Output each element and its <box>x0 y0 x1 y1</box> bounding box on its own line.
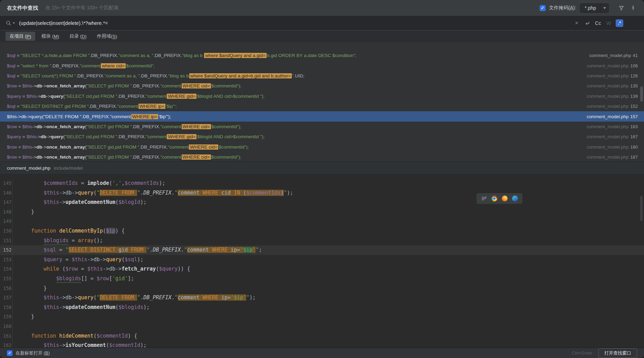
find-in-files-dialog: 在文件中查找 在 15+ 个文件中有 103+ 个匹配项 ✓ 文件掩码(A): … <box>0 0 644 358</box>
code-line[interactable]: 145 $commentIds = implode(',',$commentId… <box>0 179 644 188</box>
search-result-row[interactable]: $row = $this->db->once_fetch_array("SELE… <box>0 122 644 132</box>
search-field-row: (update|select|insert|delete).\*?where.*… <box>0 16 644 30</box>
search-input[interactable]: (update|select|insert|delete).\*?where.*… <box>19 20 573 26</box>
search-result-row[interactable]: $sql = "SELECT DISTINCT gid FROM ".DB_PR… <box>0 101 644 111</box>
line-number: 150 <box>0 226 12 236</box>
result-file-location: comment_model.php126 <box>587 73 644 78</box>
file-mask-dropdown-button[interactable] <box>600 4 608 12</box>
firefox-icon[interactable] <box>502 196 508 201</box>
preview-file-path: include/model <box>54 166 83 171</box>
open-in-new-tab-checkbox[interactable]: ✓ <box>7 350 12 356</box>
code-text: $this->db->query("DELETE FROM ".DB_PREFI… <box>16 293 256 303</box>
code-line[interactable]: 150 function delCommentByIp($ip) { <box>0 226 644 236</box>
search-result-row[interactable]: $row = $this->db->once_fetch_array("SELE… <box>0 142 644 152</box>
code-text: $blogids = array(); <box>16 236 103 246</box>
code-line[interactable]: 155 $blogids[] = $row['gid']; <box>0 274 644 284</box>
open-in-new-tab-label: 在新标签打开 (B) <box>16 350 50 356</box>
line-number: 151 <box>0 236 12 246</box>
code-text <box>16 322 19 331</box>
file-mask-checkbox[interactable]: ✓ <box>540 5 546 11</box>
regex-toggle[interactable]: .* <box>616 19 623 27</box>
code-text: $this->updateCommentNum($blogids); <box>16 303 150 312</box>
browser-launcher-toolbar <box>477 193 522 204</box>
code-line[interactable]: 156 } <box>0 284 644 293</box>
result-file-location: comment_model.php152 <box>587 104 644 109</box>
code-line[interactable]: 160 <box>0 322 644 331</box>
search-result-row[interactable]: $this->db->query("DELETE FROM ".DB_PREFI… <box>0 111 644 121</box>
preview-file-name: comment_model.php <box>7 166 50 171</box>
result-file-location: comment_model.php41 <box>589 53 644 58</box>
result-file-location: comment_model.php157 <box>587 114 644 119</box>
match-case-toggle[interactable]: Cc <box>594 19 602 27</box>
code-line[interactable]: 161 function hideComment($commentId) { <box>0 331 644 341</box>
results-scrollbar[interactable] <box>640 86 643 102</box>
chevron-down-icon <box>603 7 606 9</box>
code-line[interactable]: 147 $this->updateCommentNum($blogId); <box>0 198 644 207</box>
file-mask-value: *.php <box>580 5 600 11</box>
result-code-text: $sql = "SELECT *,a.hide,a.date FROM ".DB… <box>7 53 357 58</box>
scope-tab-D[interactable]: 目录 (D) <box>65 32 91 41</box>
preview-icon[interactable] <box>481 196 487 201</box>
search-result-row[interactable]: $row = $this->db->once_fetch_array("SELE… <box>0 81 644 91</box>
line-number: 155 <box>0 274 12 284</box>
result-file-location: comment_model.php167 <box>587 134 644 139</box>
result-file-location: comment_model.php163 <box>587 124 644 129</box>
code-line[interactable]: 151 $blogids = array(); <box>0 236 644 246</box>
search-result-row[interactable]: $query = $this->db->query("SELECT cid,pi… <box>0 91 644 101</box>
clear-search-icon[interactable]: × <box>573 19 580 27</box>
search-result-row[interactable]: $query = $this->db->query("SELECT cid,pi… <box>0 132 644 142</box>
result-code-text: $query = $this->db->query("SELECT cid,pi… <box>7 94 265 99</box>
new-line-icon[interactable] <box>584 19 591 27</box>
code-text <box>16 217 19 226</box>
shortcut-hint: Ctrl+Enter <box>572 350 592 356</box>
line-number: 161 <box>0 331 12 341</box>
code-line[interactable]: 162 $this->isYourComment($commentId); <box>0 341 644 348</box>
pin-icon[interactable] <box>629 4 637 12</box>
search-icon[interactable] <box>6 20 15 26</box>
scope-tab-S[interactable]: 作用域(S) <box>93 32 122 41</box>
line-number: 159 <box>0 312 12 322</box>
code-line[interactable]: 158 $this->updateCommentNum($blogids); <box>0 303 644 312</box>
code-line[interactable]: 148 } <box>0 207 644 217</box>
code-text: $blogids[] = $row['gid']; <box>16 274 134 284</box>
title-bar: 在文件中查找 在 15+ 个文件中有 103+ 个匹配项 ✓ 文件掩码(A): … <box>0 0 644 16</box>
file-mask-label: 文件掩码(A): <box>549 5 576 11</box>
line-number: 146 <box>0 188 12 198</box>
code-line[interactable]: 149 <box>0 217 644 226</box>
chrome-icon[interactable] <box>491 196 497 201</box>
code-line[interactable]: 152 $sql = "SELECT DISTINCT gid FROM ".D… <box>0 245 644 255</box>
editor-scrollbar[interactable] <box>640 196 643 221</box>
result-file-location: comment_model.php187 <box>587 154 644 160</box>
result-code-text: $row = $this->db->once_fetch_array("SELE… <box>7 124 241 129</box>
code-line[interactable]: 153 $query = $this->db->query($sql); <box>0 255 644 265</box>
search-result-row[interactable]: $sql = "SELECT count(*) FROM ".DB_PREFIX… <box>0 71 644 81</box>
preview-file-header: comment_model.php include/model <box>0 161 644 175</box>
result-code-text: $sql = "SELECT count(*) FROM ".DB_PREFIX… <box>7 73 305 78</box>
scope-tab-M[interactable]: 模块 (M) <box>37 32 63 41</box>
scope-tabs: 在项目 (P)模块 (M)目录 (D)作用域(S) <box>0 30 644 42</box>
code-line[interactable]: 157 $this->db->query("DELETE FROM ".DB_P… <box>0 293 644 303</box>
code-line[interactable]: 154 while ($row = $this->db->fetch_array… <box>0 264 644 274</box>
code-text: $commentIds = implode(',',$commentIds); <box>16 179 165 188</box>
edge-icon[interactable] <box>512 196 518 201</box>
match-summary: 在 15+ 个文件中有 103+ 个匹配项 <box>46 5 118 11</box>
file-mask-combo[interactable]: *.php <box>580 3 609 13</box>
search-result-row[interactable]: $sql = "SELECT *,a.hide,a.date FROM ".DB… <box>0 50 644 60</box>
code-text: } <box>16 284 47 293</box>
code-text: function hideComment($commentId) { <box>16 331 137 341</box>
search-result-row[interactable]: $row = $this->db->once_fetch_array("SELE… <box>0 152 644 161</box>
result-code-text: $row = $this->db->once_fetch_array("SELE… <box>7 154 241 160</box>
filter-icon[interactable] <box>617 4 625 12</box>
open-find-window-button[interactable]: 打开查找窗口 <box>598 348 637 358</box>
whole-words-toggle[interactable]: W <box>605 19 613 27</box>
code-line[interactable]: 159 } <box>0 312 644 322</box>
editor-preview[interactable]: 145 $commentIds = implode(',',$commentId… <box>0 175 644 348</box>
search-result-row[interactable]: $sql = "select * from ".DB_PREFIX."comme… <box>0 60 644 70</box>
result-code-text: $sql = "SELECT DISTINCT gid FROM ".DB_PR… <box>7 104 177 109</box>
code-text: } <box>16 312 34 322</box>
scope-tab-P[interactable]: 在项目 (P) <box>6 32 35 41</box>
line-number: 156 <box>0 284 12 293</box>
line-number: 154 <box>0 264 12 274</box>
result-file-location: comment_model.php106 <box>587 63 644 68</box>
code-line[interactable]: 146 $this->db->query("DELETE FROM ".DB_P… <box>0 188 644 198</box>
